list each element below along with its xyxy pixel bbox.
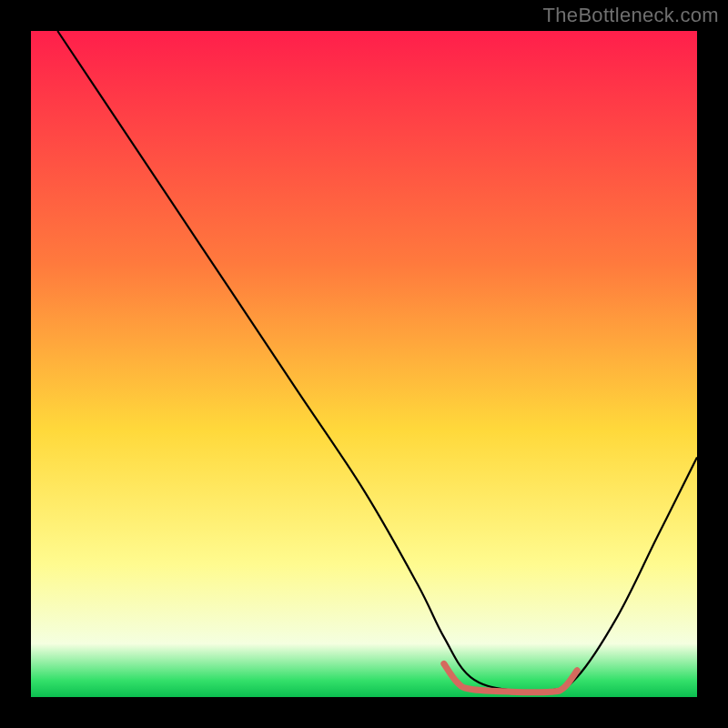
bottleneck-chart: [0, 0, 728, 728]
watermark-text: TheBottleneck.com: [543, 4, 719, 27]
chart-container: TheBottleneck.com: [0, 0, 728, 728]
plot-background: [31, 31, 697, 697]
